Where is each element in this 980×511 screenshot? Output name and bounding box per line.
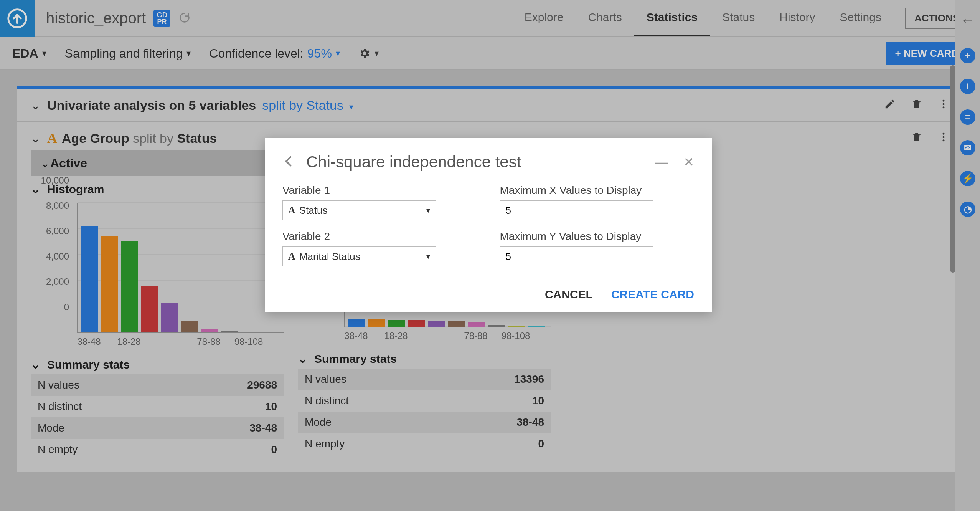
- modal-header: Chi-square independence test — ✕: [282, 153, 694, 171]
- max-y-input-field[interactable]: [506, 251, 648, 263]
- chevron-down-icon: ▾: [426, 206, 430, 215]
- app-root: historic_export GDPR Explore Charts Stat…: [0, 0, 980, 511]
- minimize-icon[interactable]: —: [655, 154, 668, 170]
- variable2-value: Marital Status: [299, 251, 360, 263]
- max-y-label: Maximum Y Values to Display: [500, 230, 695, 243]
- create-card-button[interactable]: CREATE CARD: [611, 288, 694, 301]
- chi-square-modal: Chi-square independence test — ✕ Variabl…: [265, 138, 712, 312]
- modal-footer: CANCEL CREATE CARD: [282, 288, 694, 301]
- modal-title: Chi-square independence test: [306, 153, 521, 171]
- variable1-select[interactable]: A Status ▾: [282, 200, 436, 220]
- max-x-label: Maximum X Values to Display: [500, 184, 695, 197]
- text-type-icon: A: [288, 251, 295, 262]
- back-arrow-icon[interactable]: [282, 155, 295, 169]
- chevron-down-icon: ▾: [426, 252, 430, 261]
- max-y-input[interactable]: [500, 246, 653, 266]
- modal-body: Variable 1 A Status ▾ Variable 2 A Marit…: [282, 184, 694, 276]
- variable1-value: Status: [299, 205, 328, 217]
- variable2-select[interactable]: A Marital Status ▾: [282, 246, 436, 266]
- variable1-label: Variable 1: [282, 184, 477, 197]
- text-type-icon: A: [288, 205, 295, 216]
- max-x-input[interactable]: [500, 200, 653, 220]
- variable2-label: Variable 2: [282, 230, 477, 243]
- max-x-input-field[interactable]: [506, 205, 648, 217]
- close-icon[interactable]: ✕: [683, 154, 694, 170]
- cancel-button[interactable]: CANCEL: [545, 288, 593, 301]
